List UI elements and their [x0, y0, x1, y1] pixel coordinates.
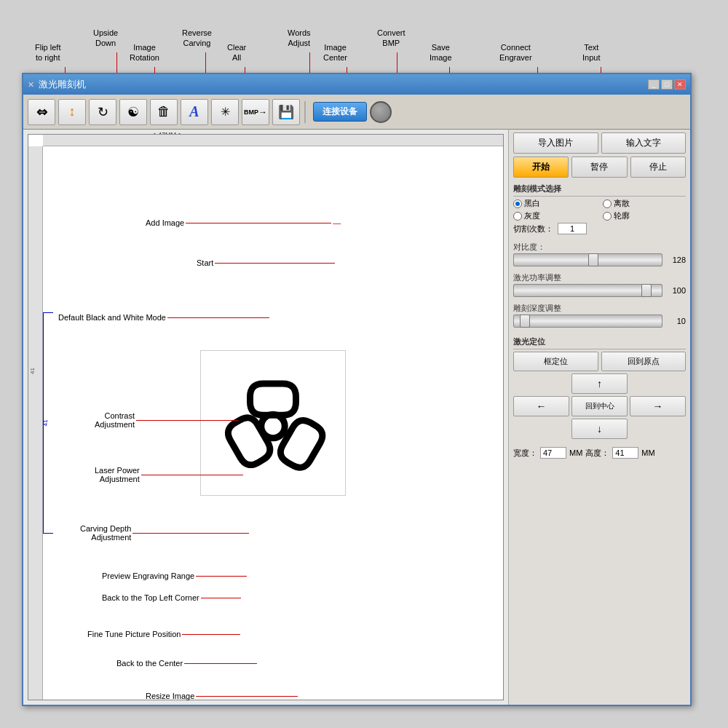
mode-bw-label: 黑白 [524, 198, 540, 209]
height-marker: 41 [43, 312, 53, 534]
add-image-row: 导入图片 输入文字 [513, 132, 686, 154]
mode-title: 雕刻模式选择 [513, 183, 686, 197]
laser-power-label: 激光功率调整 [513, 272, 686, 283]
mode-discrete-label: 离散 [614, 198, 630, 209]
ann-connect-engraver: ConnectEngraver [499, 42, 532, 63]
window-title: 激光雕刻机 [39, 78, 86, 91]
minimize-button[interactable]: _ [648, 79, 660, 90]
ann-text-input: TextInput [582, 42, 600, 63]
mode-outline-label: 轮廓 [614, 210, 630, 221]
ann-upside-down: UpsideDown [93, 28, 118, 49]
ann-image-rotation: ImageRotation [130, 42, 159, 63]
ann-reverse-carving: ReverseCarving [182, 28, 212, 49]
upside-down-button[interactable]: ↕ [58, 99, 86, 125]
nav-empty-2 [630, 373, 686, 394]
carving-depth-slider-row: 10 [513, 314, 686, 328]
rotation-button[interactable]: ↻ [89, 99, 116, 125]
carving-depth-value: 10 [665, 317, 686, 325]
mode-section: 雕刻模式选择 黑白 离散 灰度 [513, 181, 686, 236]
title-bar: ✕ 激光雕刻机 _ □ ✕ [23, 74, 690, 95]
toolbar: ⇔ ↕ ↻ ☯ 🗑 ◄ 47MM ► A ✳ BM [23, 95, 690, 130]
clear-button[interactable]: 🗑 [150, 99, 178, 125]
positioning-section: 激光定位 框定位 回到原点 ↑ ← 回到中心 → ↓ [513, 333, 686, 441]
nav-center-button[interactable]: 回到中心 [571, 396, 628, 416]
mode-outline[interactable]: 轮廓 [603, 210, 687, 221]
right-panel: 导入图片 输入文字 开始 暂停 停止 雕刻模式选择 黑白 [508, 130, 690, 705]
window-controls: _ □ ✕ [648, 79, 686, 90]
nav-down-button[interactable]: ↓ [571, 419, 628, 439]
width-unit: MM [569, 448, 582, 457]
text-input-button[interactable]: 输入文字 [601, 132, 687, 154]
nav-empty-4 [630, 419, 686, 439]
mode-gray-label: 灰度 [524, 210, 540, 221]
width-input[interactable] [540, 447, 566, 459]
convert-bmp-button[interactable]: BMP→ [242, 99, 269, 125]
radio-gray-dot [513, 212, 522, 221]
close-icon: ✕ [28, 80, 34, 90]
main-window: ✕ 激光雕刻机 _ □ ✕ ⇔ ↕ ↻ ☯ 🗑 ◄ 47MM [22, 73, 692, 706]
radio-discrete-dot [603, 199, 612, 208]
ann-image-center: ImageCenter [323, 42, 347, 63]
origin-button[interactable]: 回到原点 [601, 352, 687, 371]
nav-empty-3 [513, 419, 569, 439]
carving-depth-thumb[interactable] [520, 314, 530, 328]
preview-image [200, 350, 346, 496]
cut-input[interactable] [558, 223, 587, 234]
contrast-slider-row: 128 [513, 253, 686, 266]
ann-convert-bmp: ConvertBMP [377, 28, 405, 49]
size-row: 宽度： MM 高度： MM [513, 447, 686, 459]
carving-depth-section: 雕刻深度调整 10 [513, 300, 686, 328]
nav-grid: ↑ ← 回到中心 → ↓ [513, 373, 686, 439]
nav-up-button[interactable]: ↑ [571, 373, 628, 394]
control-row: 开始 暂停 停止 [513, 157, 686, 178]
led-indicator [370, 101, 392, 123]
reverse-button[interactable]: ☯ [119, 99, 147, 125]
start-button[interactable]: 开始 [513, 157, 569, 178]
frame-button[interactable]: 框定位 [513, 352, 598, 371]
maximize-button[interactable]: □ [661, 79, 673, 90]
height-input[interactable] [612, 447, 638, 459]
laser-power-slider[interactable] [513, 284, 662, 297]
pause-button[interactable]: 暂停 [571, 157, 627, 178]
ann-flip-lr: Flip leftto right [35, 42, 60, 63]
cut-row: 切割次数： [513, 223, 686, 234]
words-adjust-button[interactable]: A [181, 99, 208, 125]
laser-power-section: 激光功率调整 100 [513, 269, 686, 297]
chain-svg [207, 357, 339, 488]
add-image-button[interactable]: 导入图片 [513, 132, 598, 154]
flip-lr-button[interactable]: ⇔ [28, 99, 55, 125]
mode-radio-group: 黑白 离散 灰度 轮廓 [513, 198, 686, 221]
toolbar-separator [304, 101, 306, 123]
image-center-button[interactable]: ✳ [211, 99, 239, 125]
laser-power-value: 100 [665, 286, 686, 295]
canvas-inner[interactable]: 41 [43, 146, 503, 700]
carving-depth-slider[interactable] [513, 314, 662, 328]
height-unit: MM [641, 448, 654, 457]
ruler-top [43, 135, 503, 146]
ann-clear-all: ClearAll [227, 42, 246, 63]
svg-point-1 [269, 422, 277, 430]
carving-depth-label: 雕刻深度调整 [513, 303, 686, 314]
laser-power-slider-row: 100 [513, 284, 686, 297]
stop-button[interactable]: 停止 [630, 157, 686, 178]
cut-label: 切割次数： [513, 223, 553, 234]
laser-power-thumb[interactable] [641, 284, 652, 297]
mode-bw[interactable]: 黑白 [513, 198, 597, 209]
canvas-area: 41 41 [28, 134, 504, 700]
contrast-value: 128 [665, 256, 686, 264]
contrast-slider[interactable] [513, 253, 662, 266]
nav-right-button[interactable]: → [630, 396, 686, 416]
contrast-thumb[interactable] [588, 253, 598, 266]
content-area: 41 41 [23, 130, 690, 705]
ruler-left: 41 [28, 146, 43, 700]
nav-left-button[interactable]: ← [513, 396, 569, 416]
positioning-title: 激光定位 [513, 336, 686, 349]
nav-empty-1 [513, 373, 569, 394]
save-button[interactable]: 💾 [272, 99, 300, 125]
mode-gray[interactable]: 灰度 [513, 210, 597, 221]
close-button[interactable]: ✕ [674, 79, 686, 90]
position-btn-row: 框定位 回到原点 [513, 352, 686, 371]
radio-outline-dot [603, 212, 612, 221]
connect-button[interactable]: 连接设备 [313, 102, 367, 122]
mode-discrete[interactable]: 离散 [603, 198, 687, 209]
